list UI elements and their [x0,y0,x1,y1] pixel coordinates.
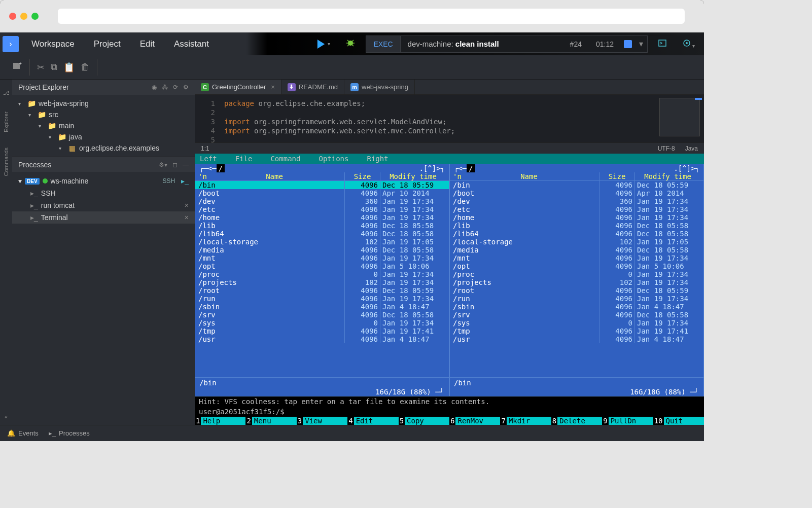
exec-command-box[interactable]: EXEC dev-machine: clean install #24 01:1… [366,35,648,53]
mc-menu-options[interactable]: Options [319,155,348,163]
debug-button[interactable] [340,35,361,53]
mc-fkey-1[interactable]: 1Help [195,417,245,425]
process-item[interactable]: ▸_run tomcat× [12,199,195,211]
code-editor[interactable]: 12345 package org.eclipse.che.examples; … [195,95,704,142]
editor-tab[interactable]: mweb-java-spring [344,80,415,94]
mc-prompt[interactable]: user@a2051acf31f5:/$ [195,407,704,417]
mc-file-row[interactable]: /srv4096Dec 18 05:58 [450,311,703,319]
mc-file-row[interactable]: /run4096Jan 19 17:34 [450,295,703,303]
processes-tree[interactable]: ▾ DEV ws-machine SSH ▸_ ▸_SSH▸_run tomca… [12,172,195,227]
mc-file-row[interactable]: /bin4096Dec 18 05:59 [195,181,449,189]
mc-file-row[interactable]: /lib644096Dec 18 05:58 [195,230,449,238]
menu-edit[interactable]: Edit [140,39,155,49]
processes-settings-icon[interactable]: ⚙▾ [159,161,167,168]
statusbar-events[interactable]: 🔔Events [7,429,39,437]
mc-file-row[interactable]: /projects102Jan 19 17:34 [195,278,449,286]
copy-button[interactable]: ⧉ [51,62,57,72]
refresh-icon[interactable]: ⟳ [173,84,178,91]
settings-icon[interactable]: ⚙ [183,84,189,91]
close-window-button[interactable] [9,13,16,20]
minimize-window-button[interactable] [20,13,27,20]
exec-dropdown[interactable]: ▾ [635,39,647,49]
mc-fkey-7[interactable]: 7Mkdir [500,417,551,425]
mc-file-row[interactable]: /lib644096Dec 18 05:58 [450,230,703,238]
mc-file-row[interactable]: /proc0Jan 19 17:34 [195,270,449,278]
tree-node[interactable]: ▾📁web-java-spring [12,98,195,109]
ssh-label[interactable]: SSH [163,177,175,185]
mc-file-row[interactable]: /opt4096Jan 5 10:06 [195,262,449,270]
mc-file-row[interactable]: /root4096Dec 18 05:59 [195,286,449,295]
run-button[interactable]: ▾ [311,37,335,52]
target-button[interactable]: ▾ [677,35,700,53]
editor-tab[interactable]: CGreetingController× [195,80,281,94]
close-icon[interactable]: × [185,201,189,209]
git-rail-icon[interactable]: ⎇ [3,90,10,96]
menu-workspace[interactable]: Workspace [31,39,75,49]
mc-file-row[interactable]: /mnt4096Jan 19 17:34 [195,254,449,262]
mc-file-row[interactable]: /sbin4096Jan 4 18:47 [450,303,703,311]
mc-file-row[interactable]: /media4096Dec 18 05:58 [450,246,703,254]
close-icon[interactable]: × [271,83,275,91]
mc-file-row[interactable]: /boot4096Apr 10 2014 [450,189,703,197]
mc-menu-left[interactable]: Left [200,155,217,163]
link-with-editor-icon[interactable]: ◉ [152,84,157,91]
process-item[interactable]: ▸_Terminal× [12,211,195,224]
collapse-rail-icon[interactable]: « [5,414,8,420]
terminal[interactable]: LeftFileCommandOptionsRight ┌─<─ /.[^]>┐… [195,154,704,425]
mc-file-row[interactable]: /dev360Jan 19 17:34 [195,197,449,205]
mc-file-row[interactable]: /lib4096Dec 18 05:58 [195,222,449,230]
tree-node[interactable]: ▾▦org.eclipse.che.examples [12,142,195,154]
mc-function-keys[interactable]: 1Help2Menu3View4Edit5Copy6RenMov7Mkdir8D… [195,417,704,425]
minimap[interactable] [659,98,700,136]
mc-file-row[interactable]: /etc4096Jan 19 17:34 [450,205,703,213]
mc-file-row[interactable]: /sys0Jan 19 17:34 [195,319,449,327]
mc-left-panel[interactable]: ┌─<─ /.[^]>┐ 'nNameSizeModify time /bin4… [195,164,449,396]
mc-file-row[interactable]: /root4096Dec 18 05:59 [450,286,703,295]
mc-file-row[interactable]: /bin4096Dec 18 05:59 [450,181,703,189]
mc-fkey-4[interactable]: 4Edit [347,417,398,425]
mc-menu-bar[interactable]: LeftFileCommandOptionsRight [195,154,704,164]
mc-menu-file[interactable]: File [235,155,253,163]
machine-node[interactable]: ▾ DEV ws-machine SSH ▸_ [12,175,195,187]
mc-fkey-5[interactable]: 5Copy [399,417,449,425]
cut-button[interactable]: ✂ [37,62,45,73]
mc-file-row[interactable]: /projects102Jan 19 17:34 [450,278,703,286]
mc-file-row[interactable]: /home4096Jan 19 17:34 [195,213,449,222]
terminal-toggle-button[interactable] [653,35,672,53]
menu-project[interactable]: Project [94,39,121,49]
minimap-toggle[interactable] [695,98,702,100]
mc-fkey-10[interactable]: 10Quit [653,417,704,425]
menu-assistant[interactable]: Assistant [174,39,209,49]
mc-right-panel[interactable]: ┌<─ /.[^]>┐ 'nNameSizeModify time /bin40… [449,164,704,396]
tree-node[interactable]: ▾📁java [12,131,195,142]
mc-col-size[interactable]: Size [344,172,380,180]
mc-file-row[interactable]: /opt4096Jan 5 10:06 [450,262,703,270]
mc-file-row[interactable]: /lib4096Dec 18 05:58 [450,222,703,230]
project-tree[interactable]: ▾📁web-java-spring▾📁src▾📁main▾📁java▾▦org.… [12,95,195,157]
new-terminal-icon[interactable]: ▸_ [181,177,189,185]
mc-fkey-9[interactable]: 9PullDn [602,417,653,425]
mc-fkey-6[interactable]: 6RenMov [449,417,500,425]
processes-maximize-icon[interactable]: ◻ [172,161,178,168]
expand-menu-button[interactable]: › [3,36,19,52]
process-item[interactable]: ▸_SSH [12,187,195,199]
close-icon[interactable]: × [185,213,189,222]
collapse-all-icon[interactable]: ⁂ [162,84,168,91]
mc-file-row[interactable]: /tmp4096Jan 19 17:41 [450,327,703,335]
delete-button[interactable]: 🗑 [81,62,90,72]
mc-file-row[interactable]: /media4096Dec 18 05:58 [195,246,449,254]
editor-tab[interactable]: ⬇README.md [281,80,344,94]
commands-rail-tab[interactable]: Commands [3,148,9,176]
mc-file-row[interactable]: /boot4096Apr 10 2014 [195,189,449,197]
new-file-button[interactable]: + [12,61,22,73]
mc-file-row[interactable]: /sys0Jan 19 17:34 [450,319,703,327]
file-encoding[interactable]: UTF-8 [658,145,675,152]
mc-file-row[interactable]: /srv4096Dec 18 05:58 [195,311,449,319]
tree-node[interactable]: ▾📁main [12,120,195,131]
mc-fkey-2[interactable]: 2Menu [245,417,296,425]
explorer-rail-tab[interactable]: Explorer [3,112,9,132]
mc-file-row[interactable]: /usr4096Jan 4 18:47 [450,335,703,343]
mc-fkey-8[interactable]: 8Delete [551,417,602,425]
mc-file-row[interactable]: /tmp4096Jan 19 17:41 [195,327,449,335]
maximize-window-button[interactable] [31,13,39,20]
